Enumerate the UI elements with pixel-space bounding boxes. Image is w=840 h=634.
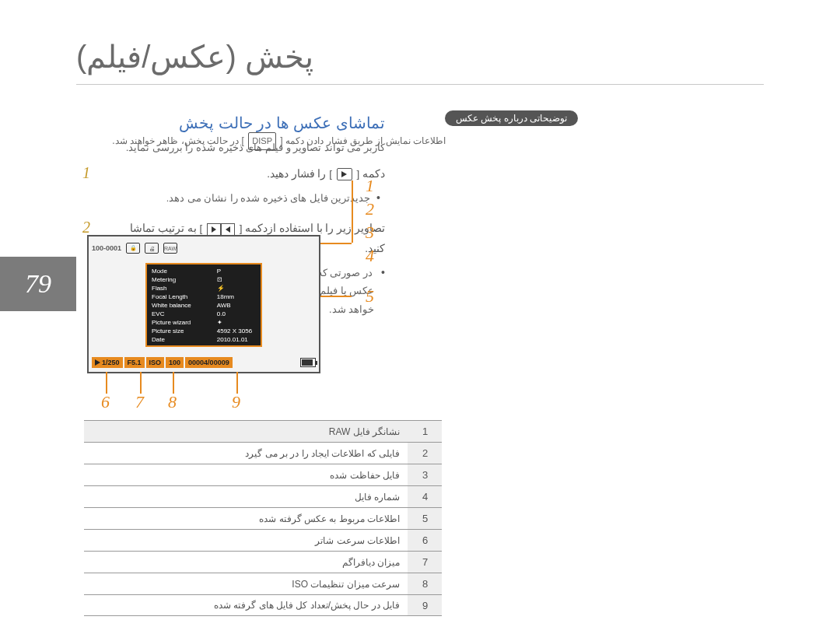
callout-8: 8 <box>168 392 177 412</box>
file-counter: 100-0001 <box>92 244 121 252</box>
lcd-top-row: RAW 🖨 🔒 100-0001 <box>92 240 316 257</box>
note-body-a: اطلاعات نمایش از طریق فشار دادن دکمه [ <box>280 135 446 146</box>
legend-row: 9 فایل در حال پخش/تعداد کل فایل های گرفت… <box>84 594 442 616</box>
legend-row: 1 نشانگر فایل RAW <box>84 420 442 442</box>
page-number: 79 <box>25 269 51 299</box>
callout-5: 5 <box>366 286 374 306</box>
print-icon: 🖨 <box>145 243 159 254</box>
title-underline <box>76 84 764 85</box>
legend-text: فایل حفاظت شده <box>84 467 408 484</box>
lcd-bottom-row: 1/250 F5.1 ISO 100 00004/00009 <box>92 355 316 370</box>
legend-text: اطلاعات مربوط به عکس گرفته شده <box>84 510 408 527</box>
legend-row: 4 شماره فایل <box>84 485 442 507</box>
legend-row: 6 اطلاعات سرعت شاتر <box>84 529 442 551</box>
callout-2: 2 <box>366 199 374 219</box>
step1-after: ] را فشار دهید. <box>267 168 332 180</box>
legend-num: 9 <box>408 595 442 615</box>
legend-text: اطلاعات سرعت شاتر <box>84 532 408 549</box>
legend-num: 1 <box>408 421 442 442</box>
iso-label-cell: ISO <box>146 357 165 368</box>
legend-text: شماره فایل <box>84 489 408 506</box>
step-number: 1 <box>78 164 90 182</box>
shutter-cell: 1/250 <box>92 357 123 368</box>
callout-4: 4 <box>366 246 374 266</box>
info-overlay: ModeP Metering⊡ Flash⚡ Focal Length18mm … <box>145 263 262 347</box>
legend-row: 7 میزان دیافراگم <box>84 551 442 573</box>
legend-row: 3 فایل حفاظت شده <box>84 464 442 485</box>
playback-button-icon <box>337 168 352 180</box>
page-title: پخش (عکس/فیلم) <box>76 40 313 74</box>
legend-num: 2 <box>408 443 442 464</box>
lcd-screen: RAW 🖨 🔒 100-0001 ModeP Metering⊡ Flash⚡ … <box>87 235 320 373</box>
legend-row: 5 اطلاعات مربوط به عکس گرفته شده <box>84 507 442 529</box>
legend-num: 3 <box>408 464 442 485</box>
legend-text: سرعت میزان تنظیمات ISO <box>84 576 408 593</box>
aperture-cell: F5.1 <box>124 357 145 368</box>
file-index-cell: 00004/00009 <box>185 357 233 368</box>
note-body-b: ] در حالت پخش، ظاهر خواهند شد. <box>112 135 244 146</box>
legend-row: 2 فایلی که اطلاعات ایجاد را در بر می گیر… <box>84 442 442 464</box>
disp-button-icon: DISP <box>248 132 276 150</box>
callout-6: 6 <box>101 392 110 412</box>
callout-1: 1 <box>366 176 374 196</box>
lcd-diagram: 1 2 3 4 5 RAW 🖨 🔒 100-0001 ModeP Meterin… <box>87 180 445 398</box>
callout-7: 7 <box>135 392 144 412</box>
page-number-tab: 79 <box>0 257 76 311</box>
legend-num: 8 <box>408 573 442 594</box>
raw-icon: RAW <box>163 243 177 254</box>
legend-text: نشانگر فایل RAW <box>84 423 408 440</box>
note-bar: توضیحاتی درباره پخش عکس <box>445 110 578 126</box>
legend-text: فایل در حال پخش/تعداد کل فایل های گرفته … <box>84 597 408 614</box>
legend-table: 1 نشانگر فایل RAW 2 فایلی که اطلاعات ایج… <box>84 420 442 616</box>
lock-icon: 🔒 <box>126 243 140 254</box>
legend-num: 4 <box>408 486 442 507</box>
battery-icon <box>300 358 316 367</box>
legend-num: 6 <box>408 530 442 551</box>
callout-9: 9 <box>232 392 240 412</box>
callout-3: 3 <box>366 222 374 243</box>
legend-num: 7 <box>408 552 442 573</box>
legend-text: فایلی که اطلاعات ایجاد را در بر می گیرد <box>84 445 408 462</box>
legend-row: 8 سرعت میزان تنظیمات ISO <box>84 573 442 594</box>
iso-value-cell: 100 <box>166 357 184 368</box>
legend-num: 5 <box>408 508 442 529</box>
note-body: اطلاعات نمایش از طریق فشار دادن دکمه [ D… <box>76 132 446 150</box>
legend-text: میزان دیافراگم <box>84 554 408 571</box>
